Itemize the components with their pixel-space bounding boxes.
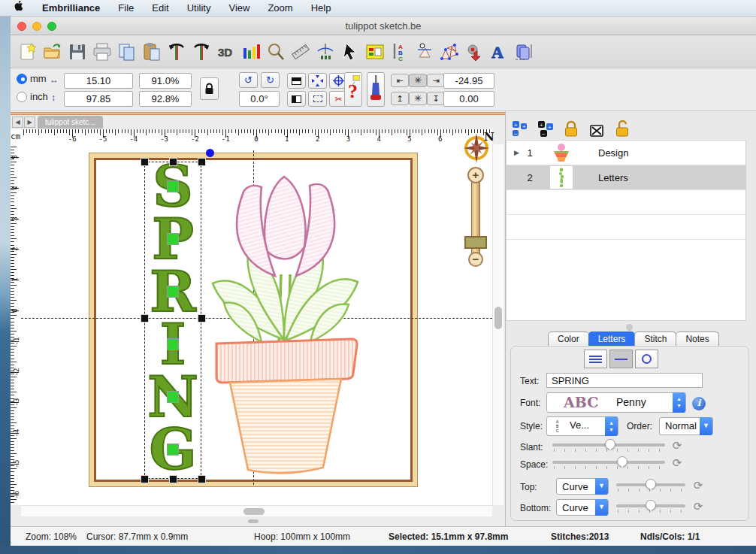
bottom-droparrow-icon[interactable]: ▼ — [595, 499, 608, 516]
top-slider[interactable] — [616, 480, 685, 492]
new-file-button[interactable] — [17, 40, 39, 64]
menu-zoom[interactable]: Zoom — [259, 0, 301, 17]
align-right-button[interactable]: ⇥ — [427, 74, 445, 87]
paste-button[interactable] — [141, 40, 163, 64]
selection-handle[interactable] — [198, 314, 206, 322]
align-top-button[interactable]: ↥ — [391, 92, 409, 105]
workarea-resize-grip[interactable] — [248, 519, 259, 523]
bottom-combo[interactable]: Curve ▼ — [556, 499, 609, 516]
selection-handle[interactable] — [198, 475, 206, 483]
tab-stitch[interactable]: Stitch — [634, 331, 676, 347]
slant-reset-button[interactable]: ⟳ — [670, 439, 684, 453]
menu-help[interactable]: Help — [302, 0, 340, 17]
align-left-button[interactable]: ⇤ — [391, 74, 409, 87]
tab-notes[interactable]: Notes — [676, 331, 718, 347]
canvas-horizontal-scrollbar[interactable] — [21, 505, 492, 516]
stitch-edit-button[interactable] — [308, 91, 327, 107]
expand-icon[interactable]: ▶ — [514, 149, 523, 156]
canvas-vertical-scrollbar[interactable] — [492, 144, 503, 505]
style-combo[interactable]: ABC Ve... ▲▼ — [546, 416, 618, 436]
menu-view[interactable]: View — [219, 0, 259, 17]
zoom-slider-handle[interactable] — [464, 236, 487, 249]
menu-file[interactable]: File — [109, 0, 143, 17]
slant-slider-thumb[interactable] — [605, 439, 615, 450]
measure-ruler-button[interactable] — [289, 40, 312, 64]
ungroup-icon[interactable]: ++− — [537, 120, 554, 137]
rotate-right-button[interactable]: ↻ — [261, 72, 280, 88]
order-combo[interactable]: Normal ▼ — [659, 417, 713, 435]
align-center-h-button[interactable]: ✳ — [409, 74, 427, 87]
apple-icon[interactable] — [14, 1, 24, 15]
group-icon[interactable]: ++− — [512, 120, 528, 137]
letter-tool-button[interactable]: A — [488, 40, 510, 64]
selection-box[interactable] — [144, 162, 201, 479]
align-bottom-button[interactable]: ↧ — [427, 92, 445, 105]
lock-open-icon[interactable] — [614, 120, 631, 137]
merge-design-button[interactable] — [513, 40, 535, 64]
split-vertical-button[interactable] — [287, 91, 306, 107]
aspect-lock-button[interactable] — [200, 77, 219, 100]
singleline-button[interactable] — [609, 350, 633, 368]
selection-handle[interactable] — [198, 158, 206, 166]
height-field[interactable] — [64, 91, 133, 107]
tulip-design[interactable] — [209, 156, 427, 479]
rotation-handle[interactable] — [206, 149, 214, 157]
print-button[interactable] — [91, 40, 113, 64]
selection-handle[interactable] — [141, 158, 149, 166]
rotation-field[interactable] — [239, 91, 280, 107]
pos-y-field[interactable] — [443, 91, 494, 107]
top-slider-thumb[interactable] — [646, 479, 656, 489]
open-folder-button[interactable] — [41, 40, 64, 64]
mesh-deform-button[interactable] — [438, 40, 461, 64]
style-stepper[interactable]: ▲▼ — [605, 416, 618, 436]
generate-stitches-button[interactable] — [463, 40, 485, 64]
space-slider-thumb[interactable] — [617, 456, 627, 467]
font-stepper[interactable]: ▲▼ — [673, 392, 685, 413]
rotate-design-button[interactable] — [190, 40, 213, 64]
top-combo[interactable]: Curve ▼ — [556, 478, 609, 495]
document-tab[interactable]: tulippot sketc... — [38, 116, 103, 129]
align-center-v-button[interactable]: ✳ — [409, 92, 427, 105]
space-reset-button[interactable]: ⟳ — [670, 456, 684, 470]
zoom-out-button[interactable]: − — [468, 252, 483, 267]
top-reset-button[interactable]: ⟳ — [691, 479, 705, 492]
height-percent-field[interactable] — [139, 91, 192, 107]
selection-handle[interactable] — [169, 158, 177, 166]
menu-embrilliance[interactable]: Embrilliance — [33, 0, 109, 17]
copy-button[interactable] — [116, 40, 138, 64]
object-row-design[interactable]: ▶1Design — [507, 141, 745, 165]
tab-color[interactable]: Color — [548, 331, 589, 347]
pos-x-field[interactable] — [443, 73, 494, 89]
object-row-letters[interactable]: 2Letters — [507, 165, 745, 190]
selection-handle[interactable] — [141, 475, 149, 483]
tab-next-button[interactable]: ▶ — [24, 117, 35, 128]
save-button[interactable] — [66, 40, 89, 64]
zoom-in-button[interactable]: + — [467, 167, 484, 183]
tab-prev-button[interactable]: ◀ — [12, 117, 23, 128]
font-info-button[interactable]: i — [692, 397, 706, 410]
thread-colors-button[interactable] — [240, 40, 262, 64]
width-percent-field[interactable] — [139, 73, 192, 89]
stitch-simulate-button[interactable] — [314, 40, 337, 64]
rotate-left-button[interactable]: ↺ — [239, 72, 258, 88]
view-3d-button[interactable]: 3D — [215, 40, 237, 64]
zoom-magnifier-button[interactable] — [265, 40, 287, 64]
bottom-slider-thumb[interactable] — [646, 500, 656, 510]
tab-letters[interactable]: Letters — [588, 331, 636, 347]
space-slider[interactable] — [552, 457, 665, 469]
lettering-abc-button[interactable]: ABC — [389, 40, 411, 64]
stitch-out-button[interactable] — [367, 72, 385, 107]
text-input[interactable] — [546, 373, 703, 388]
order-droparrow-icon[interactable]: ▼ — [700, 417, 712, 435]
top-droparrow-icon[interactable]: ▼ — [595, 478, 608, 495]
object-list[interactable]: ▶1Design2Letters — [506, 140, 746, 321]
lock-closed-icon[interactable] — [563, 120, 579, 137]
object-properties-button[interactable] — [364, 40, 386, 64]
shape-node-button[interactable] — [413, 40, 436, 64]
menu-edit[interactable]: Edit — [143, 0, 177, 17]
slant-slider[interactable] — [552, 440, 665, 452]
bottom-slider[interactable] — [616, 501, 685, 513]
unit-mm-radio[interactable]: mm — [17, 73, 47, 84]
selection-handle[interactable] — [169, 475, 177, 483]
help-whatis-button[interactable]: ? — [344, 72, 362, 107]
